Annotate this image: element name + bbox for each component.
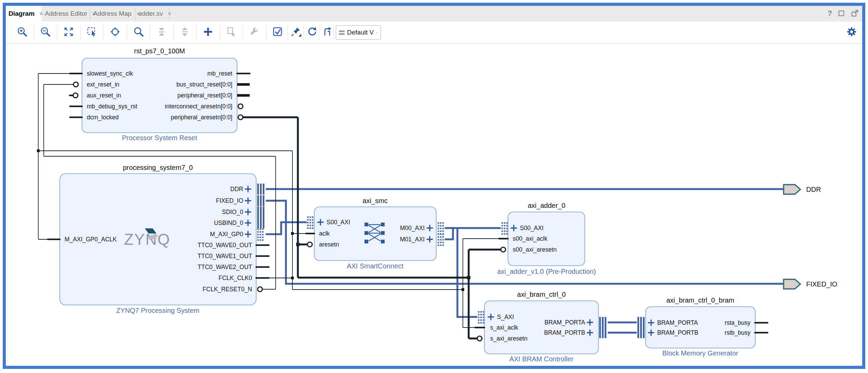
block-port-label[interactable]: TTC0_WAVE2_OUT: [198, 264, 252, 271]
tab-separator: [169, 7, 169, 20]
zoom-fit-button[interactable]: [63, 26, 74, 38]
float-window-icon[interactable]: [851, 9, 859, 17]
block-port-label[interactable]: M_AXI_GP0_ACLK: [65, 236, 117, 243]
block-port-label[interactable]: s_axi_aresetn: [490, 335, 527, 342]
block-port-label[interactable]: aclk: [319, 230, 330, 237]
block-port-label[interactable]: s00_axi_aclk: [513, 235, 547, 242]
block-instance-name: axi_adder_0: [528, 202, 565, 210]
zoom-in-button[interactable]: [16, 26, 28, 38]
diagram-toolbar: Default V: [6, 22, 862, 44]
tab-address-editor[interactable]: Address Editor ×: [42, 6, 89, 22]
block-instance-name: axi_smc: [362, 197, 387, 205]
add-ip-button[interactable]: [202, 26, 214, 38]
external-port-label[interactable]: FIXED_IO: [806, 280, 837, 288]
block-port-label[interactable]: BRAM_PORTB: [657, 329, 698, 336]
tab-adder-sv[interactable]: adder.sv ×: [136, 6, 168, 22]
settings-gear-button[interactable]: [846, 26, 857, 38]
block-axi_adder_0[interactable]: axi_adder_0 axi_adder_v1.0 (Pre-Producti…: [497, 202, 596, 276]
tab-diagram[interactable]: Diagram ×: [6, 6, 41, 22]
block-port-label[interactable]: FCLK_CLK0: [219, 275, 252, 282]
tab-label: Address Editor: [45, 10, 87, 17]
external-port-label[interactable]: DDR: [806, 186, 821, 193]
block-ip-type-label: ZYNQ7 Processing System: [116, 307, 199, 314]
block-port-label[interactable]: M01_AXI: [400, 236, 425, 243]
block-port-label[interactable]: S00_AXI: [520, 225, 543, 232]
block-port-label[interactable]: USBIND_0: [214, 219, 243, 227]
block-port-label[interactable]: mb_reset: [207, 70, 232, 77]
view-selector-value: Default V: [347, 29, 374, 36]
customize-wrench-icon-disabled: [249, 26, 260, 38]
block-ip-type-label: Processor System Reset: [122, 134, 197, 142]
block-rst_ps7_0_100M[interactable]: rst_ps7_0_100M Processor System Reset sl…: [82, 47, 237, 142]
block-port-label[interactable]: rsta_busy: [725, 319, 750, 327]
block-port-label[interactable]: FIXED_IO: [216, 197, 243, 204]
block-ip-type-label: AXI BRAM Controller: [509, 355, 574, 363]
zynq-logo: ZYNQ: [124, 230, 170, 248]
block-port-label[interactable]: FCLK_RESET0_N: [203, 286, 252, 293]
block-axi_smc[interactable]: axi_smc AXI SmartConnect S00_AXI aclk ar…: [314, 197, 436, 270]
block-ip-type-label: AXI SmartConnect: [347, 262, 403, 270]
block-port-label[interactable]: ext_reset_in: [87, 81, 119, 88]
expand-hierarchy-button-disabled: [179, 26, 191, 38]
block-port-label[interactable]: M00_AXI: [400, 225, 425, 232]
view-selector-icon: [339, 29, 345, 36]
block-port-label[interactable]: aresetn: [319, 241, 339, 248]
refresh-button[interactable]: [306, 26, 317, 38]
search-button[interactable]: [133, 26, 144, 38]
block-port-label[interactable]: mb_debug_sys_rst: [87, 103, 137, 110]
block-processing_system7_0[interactable]: processing_system7_0 ZYNQ7 Processing Sy…: [60, 164, 256, 314]
block-port-label[interactable]: TTC0_WAVE1_OUT: [198, 253, 252, 260]
block-ip-type-label: Block Memory Generator: [662, 349, 739, 357]
block-port-label[interactable]: dcm_locked: [87, 114, 119, 121]
block-port-label[interactable]: s_axi_aclk: [490, 324, 518, 331]
external-port-FIXED_IO[interactable]: FIXED_IO: [784, 279, 837, 289]
zoom-to-selection-button[interactable]: [86, 26, 98, 38]
block-port-label[interactable]: SDIO_0: [222, 209, 244, 216]
center-view-icon[interactable]: [109, 26, 121, 38]
block-port-label[interactable]: interconnect_aresetn[0:0]: [165, 103, 233, 110]
editor-tab-bar: Diagram × Address Editor × Address Map ×…: [6, 6, 862, 22]
block-port-label[interactable]: BRAM_PORTA: [545, 319, 585, 326]
regenerate-layout-button[interactable]: [321, 26, 332, 38]
block-port-label[interactable]: TTC0_WAVE0_OUT: [198, 242, 252, 249]
block-instance-name: rst_ps7_0_100M: [134, 47, 185, 55]
block-port-label[interactable]: S00_AXI: [327, 219, 350, 226]
block-port-label[interactable]: BRAM_PORTB: [544, 329, 585, 336]
block-instance-name: processing_system7_0: [123, 164, 193, 172]
block-axi_bram_ctrl_0_bram[interactable]: axi_bram_ctrl_0_bram Block Memory Genera…: [646, 296, 755, 357]
paste-button-disabled: [225, 26, 237, 38]
block-instance-name: axi_bram_ctrl_0_bram: [666, 296, 734, 304]
block-port-label[interactable]: S_AXI: [497, 314, 514, 321]
block-ip-type-label: axi_adder_v1.0 (Pre-Production): [497, 268, 596, 276]
zoom-out-button[interactable]: [40, 26, 51, 38]
close-icon[interactable]: ×: [168, 10, 171, 17]
maximize-icon[interactable]: [838, 10, 845, 17]
tab-separator: [90, 7, 90, 20]
tab-separator: [135, 7, 135, 20]
block-axi_bram_ctrl_0[interactable]: axi_bram_ctrl_0 AXI BRAM Controller S_AX…: [484, 291, 598, 363]
block-port-label[interactable]: DDR: [230, 186, 243, 192]
block-instance-name: axi_bram_ctrl_0: [517, 291, 566, 298]
block-port-label[interactable]: s00_axi_aresetn: [513, 246, 556, 253]
block-port-label[interactable]: peripheral_aresetn[0:0]: [171, 114, 232, 121]
tab-label: adder.sv: [138, 10, 163, 17]
tab-address-map[interactable]: Address Map ×: [91, 6, 134, 22]
block-port-label[interactable]: peripheral_reset[0:0]: [177, 92, 232, 99]
chevron-down-icon: [376, 31, 378, 35]
block-port-label[interactable]: M_AXI_GP0: [210, 231, 244, 238]
external-port-DDR[interactable]: DDR: [784, 185, 821, 194]
validate-design-button[interactable]: [272, 26, 284, 38]
block-port-label[interactable]: rstb_busy: [725, 329, 750, 336]
tab-label: Diagram: [9, 10, 35, 17]
pin-button[interactable]: [290, 26, 302, 38]
block-design-canvas[interactable]: rst_ps7_0_100M Processor System Reset sl…: [0, 0, 868, 373]
block-port-label[interactable]: slowest_sync_clk: [87, 70, 133, 77]
net-S_AXI-drop[interactable]: [457, 228, 477, 317]
layout-view-selector[interactable]: Default V: [336, 25, 381, 40]
tab-label: Address Map: [93, 10, 132, 17]
block-port-label[interactable]: aux_reset_in: [87, 92, 121, 99]
block-port-label[interactable]: bus_struct_reset[0:0]: [177, 81, 232, 88]
help-icon[interactable]: ?: [828, 9, 832, 18]
collapse-hierarchy-button-disabled: [156, 26, 167, 38]
block-port-label[interactable]: BRAM_PORTA: [657, 319, 698, 327]
